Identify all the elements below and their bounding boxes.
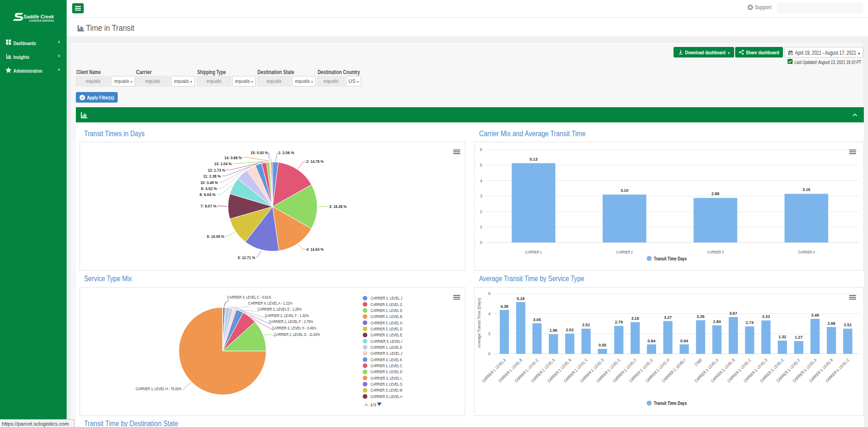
svg-text:3.27: 3.27 [664,315,672,320]
svg-text:9: 4.52 %: 9: 4.52 % [201,186,217,191]
svg-text:CARRIER 1, LEVEL E: CARRIER 1, LEVEL E [371,345,402,350]
svg-text:2: 2 [480,209,482,214]
svg-text:3: 3 [480,193,482,198]
svg-text:CARRIER 2, LEVEL H - 5.46%: CARRIER 2, LEVEL H - 5.46% [272,326,316,330]
svg-text:6: 6 [480,147,482,152]
svg-text:CARRIER 2, LEVEL D: CARRIER 2, LEVEL D [371,326,402,331]
svg-text:Transit Time Days: Transit Time Days [654,401,687,406]
svg-text:0: 0 [488,351,491,356]
svg-text:2.51: 2.51 [844,322,852,327]
svg-text:CARRIER 4, LEVEL A - 1.21%: CARRIER 4, LEVEL A - 1.21% [248,301,292,306]
svg-text:CARRIER 3, LEVEL A: CARRIER 3, LEVEL A [371,394,402,399]
svg-text:3.35: 3.35 [697,314,705,319]
svg-text:2: 2 [488,331,491,336]
svg-text:5: 12.71 %: 5: 12.71 % [238,255,255,260]
svg-text:0: 0 [480,240,482,245]
svg-text:8: 6.04 %: 8: 6.04 % [200,192,216,197]
svg-text:6: 6 [488,291,491,296]
svg-text:7: 9.07 %: 7: 9.07 % [200,203,217,208]
svg-text:CARRIER 3, LEVEL M: CARRIER 3, LEVEL M [371,387,402,392]
svg-text:2.51: 2.51 [582,322,590,327]
svg-text:CARRIER 2, LEVEL E - 1.25%: CARRIER 2, LEVEL E - 1.25% [257,307,302,312]
svg-text:CARRIER 1, LEVEL F - 2.75%: CARRIER 1, LEVEL F - 2.75% [269,319,313,324]
svg-text:14: 0.68 %: 14: 0.68 % [224,155,242,160]
svg-text:CARRIER 2, LEVEL G: CARRIER 2, LEVEL G [371,381,402,387]
svg-text:CARRIER 1, LEVEL H - 75.02%: CARRIER 1, LEVEL H - 75.02% [136,387,182,391]
svg-text:CARRIER 3, LEVEL G: CARRIER 3, LEVEL G [371,302,402,307]
svg-text:5: 5 [480,162,482,167]
svg-text:10: 3.48 %: 10: 3.48 % [200,180,218,185]
svg-text:2.68: 2.68 [828,321,835,326]
svg-text:CARRIER 3, LEVEL I: CARRIER 3, LEVEL I [371,339,402,344]
svg-text:3.10: 3.10 [621,188,628,193]
svg-text:CARRIER 3, LEVEL L: CARRIER 3, LEVEL L [371,375,402,381]
svg-text:CARRIER 3, LEVEL D: CARRIER 3, LEVEL D [371,369,402,374]
svg-text:5.13: 5.13 [530,156,537,162]
svg-text:0.50: 0.50 [599,342,606,347]
svg-text:CARRIER 2: CARRIER 2 [616,250,633,254]
svg-text:1.27: 1.27 [795,335,803,340]
svg-text:CARRIER 1, LEVEL D: CARRIER 1, LEVEL D [371,308,402,313]
svg-text:CARRIER 4: CARRIER 4 [798,250,815,254]
svg-text:CARRIER 2, LEVEL C: CARRIER 2, LEVEL C [371,363,402,368]
svg-text:3.16: 3.16 [631,316,639,321]
svg-text:2.84: 2.84 [713,319,721,324]
svg-text:CARRIER 2, LEVEL J: CARRIER 2, LEVEL J [371,295,402,300]
svg-text:3.49: 3.49 [811,312,819,317]
svg-text:1: 2.06 %: 1: 2.06 % [278,150,294,155]
svg-text:15: 0.50 %: 15: 0.50 % [251,150,268,155]
svg-text:2.74: 2.74 [746,320,754,325]
svg-text:CARRIER 3, LEVEL K: CARRIER 3, LEVEL K [371,357,402,362]
svg-text:4: 14.54 %: 4: 14.54 % [306,247,324,252]
svg-text:1.32: 1.32 [778,334,786,339]
svg-text:2: 14.78 %: 2: 14.78 % [306,159,324,164]
svg-text:3.33: 3.33 [762,314,770,319]
svg-text:4.38: 4.38 [501,304,508,309]
svg-text:CARRIER 3: CARRIER 3 [707,250,724,254]
svg-text:CARRIER 2, LEVEL F - 1.32%: CARRIER 2, LEVEL F - 1.32% [265,313,309,318]
svg-text:1.96: 1.96 [549,328,557,333]
svg-text:CARRIER 1: CARRIER 1 [525,250,542,254]
svg-text:1/3: 1/3 [370,402,376,407]
svg-text:CARRIER 2, LEVEL B: CARRIER 2, LEVEL B [371,314,402,319]
svg-text:CARRIER 3, LEVEL H: CARRIER 3, LEVEL H [371,320,402,325]
svg-text:2.02: 2.02 [566,327,574,332]
svg-text:3.05: 3.05 [533,317,542,322]
svg-text:2.88: 2.88 [712,191,720,196]
svg-text:3: 16.38 %: 3: 16.38 % [329,204,347,209]
svg-text:5.16: 5.16 [517,296,525,301]
svg-text:0.94: 0.94 [680,338,689,343]
svg-text:CARRIER 3, LEVEL J: CARRIER 3, LEVEL J [371,351,402,356]
svg-text:CARRIER 3, LEVEL E: CARRIER 3, LEVEL E [371,332,402,337]
svg-text:Saddle Creek: Saddle Creek [23,14,54,19]
svg-text:CARRIER 1, LEVEL G - 11.63%: CARRIER 1, LEVEL G - 11.63% [274,332,320,337]
svg-text:LOGISTICS SERVICES: LOGISTICS SERVICES [29,19,54,22]
svg-text:12: 1.73 %: 12: 1.73 % [208,167,225,173]
svg-text:2.79: 2.79 [615,319,623,324]
svg-text:4: 4 [488,311,491,316]
svg-text:6: 10.09 %: 6: 10.09 % [207,234,224,239]
svg-text:4: 4 [480,178,482,183]
svg-text:CARRIER 4, LEVEL C - 0.61%: CARRIER 4, LEVEL C - 0.61% [227,295,271,300]
svg-text:Transit Time Days: Transit Time Days [654,256,687,261]
svg-text:1: 1 [480,224,482,229]
svg-text:3.67: 3.67 [730,311,737,316]
svg-text:11: 2.38 %: 11: 2.38 % [203,173,221,179]
svg-text:OTHER: OTHER [694,358,703,367]
svg-text:0.94: 0.94 [648,338,656,343]
svg-text:3.15: 3.15 [802,187,811,192]
svg-text:Average Transit Time (Days): Average Transit Time (Days) [476,298,481,348]
svg-text:13: 1.04 %: 13: 1.04 % [214,161,232,166]
